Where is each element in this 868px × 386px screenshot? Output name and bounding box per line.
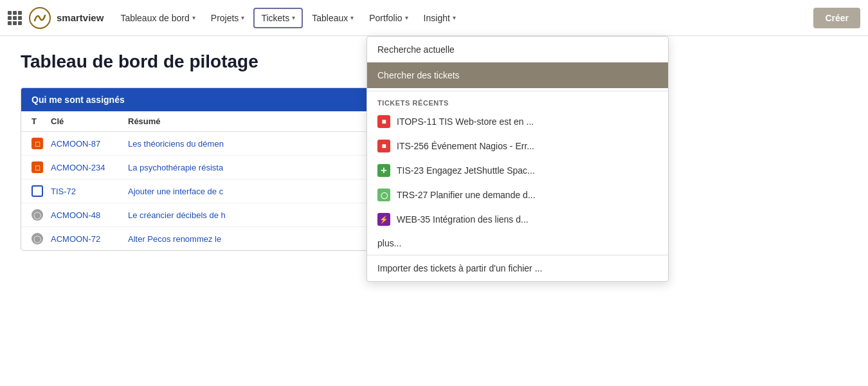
row-summary: La psychothérapie résista: [128, 163, 370, 172]
logo-text: smartview: [57, 12, 104, 23]
chevron-down-icon: ▾: [453, 14, 456, 21]
ticket-icon-2: +: [377, 164, 390, 177]
row-key: ACMOON-87: [51, 139, 128, 149]
logo-icon: [28, 6, 51, 30]
col-summary: Résumé: [128, 116, 370, 126]
row-key: ACMOON-234: [51, 163, 128, 172]
row-summary: Les théoriciens du démen: [128, 139, 370, 149]
nav-label: Tableaux: [312, 13, 348, 23]
ticket-text: ITS-256 Événement Nagios - Err...: [397, 141, 534, 151]
chevron-down-icon: ▾: [241, 14, 244, 21]
chevron-down-icon: ▾: [350, 14, 354, 21]
nav-label: Tickets: [261, 13, 289, 23]
dropdown-section-label: TICKETS RÉCENTS: [367, 94, 668, 109]
ticket-icon-1: ■: [377, 140, 390, 152]
assigned-table: Qui me sont assignés T Clé Résumé ◻ ACMO…: [21, 87, 381, 251]
logo[interactable]: smartview: [28, 6, 104, 30]
nav-insight[interactable]: Insight ▾: [417, 9, 462, 27]
nav-label: Insight: [424, 13, 450, 23]
nav-portfolio[interactable]: Portfolio ▾: [363, 9, 414, 27]
dropdown-import[interactable]: Importer des tickets à partir d'un fichi…: [367, 255, 668, 266]
ticket-icon-3: ◯: [377, 188, 390, 201]
dropdown-recherche-actuelle[interactable]: Recherche actuelle: [367, 37, 668, 62]
row-type-icon: ◯: [32, 233, 43, 244]
table-header: Qui me sont assignés: [21, 88, 380, 111]
ticket-item-2[interactable]: + TIS-23 Engagez JetShuttle Spac...: [367, 158, 668, 183]
ticket-text: ITOPS-11 TIS Web-store est en ...: [397, 116, 534, 127]
ticket-item-0[interactable]: ■ ITOPS-11 TIS Web-store est en ...: [367, 109, 668, 134]
table-row[interactable]: ◯ ACMOON-72 Alter Pecos renommez le: [21, 227, 380, 250]
apps-icon[interactable]: [8, 11, 22, 25]
dropdown-chercher-tickets[interactable]: Chercher des tickets: [367, 62, 668, 88]
ticket-text: WEB-35 Intégration des liens d...: [397, 214, 529, 225]
table-row[interactable]: TIS-72 Ajouter une interface de c: [21, 179, 380, 203]
ticket-item-4[interactable]: ⚡ WEB-35 Intégration des liens d...: [367, 207, 668, 232]
row-type-icon: [32, 185, 43, 197]
nav-label: Projets: [211, 13, 239, 23]
nav-tableaux-de-bord[interactable]: Tableaux de bord ▾: [114, 9, 201, 27]
dropdown-more[interactable]: plus...: [367, 232, 668, 255]
row-summary: Alter Pecos renommez le: [128, 234, 370, 244]
table-row[interactable]: ◻ ACMOON-87 Les théoriciens du démen: [21, 132, 380, 156]
ticket-icon-0: ■: [377, 115, 390, 128]
ticket-icon-4: ⚡: [377, 213, 390, 226]
nav-label: Portfolio: [369, 13, 402, 23]
navbar: smartview Tableaux de bord ▾ Projets ▾ T…: [0, 0, 868, 36]
ticket-text: TIS-23 Engagez JetShuttle Spac...: [397, 165, 535, 176]
row-key: ACMOON-48: [51, 210, 128, 220]
row-type-icon: ◯: [32, 209, 43, 221]
row-type-icon: ◻: [32, 138, 43, 149]
chevron-down-icon: ▾: [292, 14, 295, 21]
dropdown-item-label: Recherche actuelle: [377, 44, 455, 55]
col-key: Clé: [51, 116, 128, 126]
ticket-text: TRS-27 Planifier une demande d...: [397, 190, 536, 200]
chevron-down-icon: ▾: [405, 14, 408, 21]
chevron-down-icon: ▾: [192, 14, 195, 21]
nav-label: Tableaux de bord: [120, 13, 189, 23]
create-button[interactable]: Créer: [813, 8, 860, 28]
nav-projets[interactable]: Projets ▾: [204, 9, 251, 27]
row-key: TIS-72: [51, 187, 128, 196]
dropdown-divider: [367, 91, 668, 91]
dropdown-item-label: Chercher des tickets: [377, 70, 460, 80]
row-key: ACMOON-72: [51, 234, 128, 244]
table-row[interactable]: ◯ ACMOON-48 Le créancier décibels de h: [21, 203, 380, 227]
row-summary: Le créancier décibels de h: [128, 210, 370, 220]
col-type: T: [32, 116, 51, 126]
table-col-headers: T Clé Résumé: [21, 111, 380, 132]
row-summary: Ajouter une interface de c: [128, 187, 370, 196]
row-type-icon: ◻: [32, 161, 43, 173]
nav-tableaux[interactable]: Tableaux ▾: [305, 9, 360, 27]
table-row[interactable]: ◻ ACMOON-234 La psychothérapie résista: [21, 156, 380, 179]
tickets-dropdown: Recherche actuelle Chercher des tickets …: [366, 36, 669, 266]
ticket-item-3[interactable]: ◯ TRS-27 Planifier une demande d...: [367, 183, 668, 207]
ticket-item-1[interactable]: ■ ITS-256 Événement Nagios - Err...: [367, 134, 668, 158]
nav-tickets[interactable]: Tickets ▾: [253, 8, 303, 28]
